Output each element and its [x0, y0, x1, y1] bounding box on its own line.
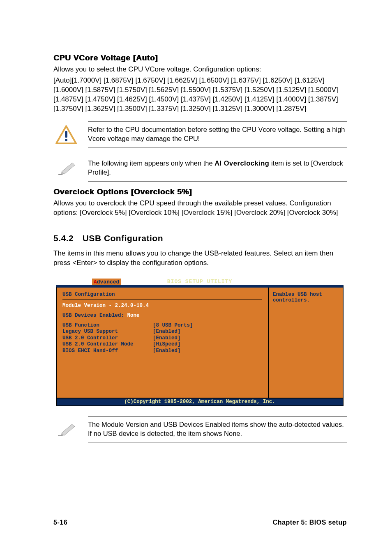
bios-setting-label: USB Function	[62, 322, 153, 329]
note2-pre: The following item appears only when the	[88, 159, 214, 167]
bios-setting-label: Legacy USB Support	[62, 329, 153, 335]
pencil-icon	[53, 421, 79, 438]
bios-screenshot: BIOS SETUP UTILITY Advanced USB Configur…	[56, 285, 344, 406]
note2-bold: AI Overclocking	[214, 159, 269, 167]
bios-setting-label: USB 2.0 Controller Mode	[62, 341, 153, 348]
paragraph-vcore-intro: Allows you to select the CPU VCore volta…	[53, 65, 347, 74]
svg-rect-1	[65, 131, 67, 138]
heading-cpu-vcore: CPU VCore Voltage [Auto]	[53, 53, 347, 62]
bios-setting-value: [Enabled]	[153, 335, 181, 342]
bios-panel-title: USB Configuration	[62, 292, 262, 297]
bios-setting-row[interactable]: USB 2.0 Controller Mode[HiSpeed]	[62, 341, 262, 348]
bios-module-version: Module Version - 2.24.0-10.4	[62, 303, 262, 309]
svg-point-2	[65, 139, 67, 141]
caution-note: Refer to the CPU documentation before se…	[53, 121, 347, 148]
module-value: 2.24.0-10.4	[115, 303, 149, 309]
page-number: 5-16	[53, 519, 67, 526]
paragraph-usb-intro: The items in this menu allows you to cha…	[53, 249, 347, 268]
bios-setting-value: [Enabled]	[153, 348, 181, 355]
vcore-options-list: [Auto][1.7000V] [1.6875V] [1.6750V] [1.6…	[53, 76, 347, 114]
info-note-2: The Module Version and USB Devices Enabl…	[53, 416, 347, 443]
bios-copyright: (C)Copyright 1985-2002, American Megatre…	[57, 398, 343, 405]
info-text-1: The following item appears only when the…	[88, 155, 347, 182]
bios-divider	[62, 299, 262, 299]
bios-setting-value: [8 USB Ports]	[153, 322, 193, 329]
info-note-1: The following item appears only when the…	[53, 155, 347, 182]
page-footer: 5-16 Chapter 5: BIOS setup	[53, 519, 347, 526]
devices-value: None	[127, 313, 140, 318]
bios-setting-label: BIOS EHCI Hand-Off	[62, 348, 153, 355]
bios-setting-row[interactable]: USB 2.0 Controller[Enabled]	[62, 335, 262, 342]
heading-overclock-options: Overclock Options [Overclock 5%]	[53, 187, 347, 196]
bios-help-panel: Enables USB host controllers.	[269, 288, 343, 398]
bios-setting-row[interactable]: BIOS EHCI Hand-Off[Enabled]	[62, 348, 262, 355]
caution-icon	[53, 124, 79, 144]
bios-help-text: Enables USB host controllers.	[273, 292, 339, 303]
caution-text: Refer to the CPU documentation before se…	[88, 121, 347, 148]
bios-setting-label: USB 2.0 Controller	[62, 335, 153, 342]
bios-main-panel: USB Configuration Module Version - 2.24.…	[57, 288, 269, 398]
svg-marker-3	[62, 163, 75, 174]
module-label: Module Version -	[62, 303, 115, 309]
bios-devices-enabled: USB Devices Enabled: None	[62, 313, 262, 318]
bios-tab-rest: dvanced	[97, 279, 120, 285]
paragraph-overclock: Allows you to overclock the CPU speed th…	[53, 199, 347, 218]
pencil-icon	[53, 159, 79, 177]
bios-setting-row[interactable]: Legacy USB Support[Enabled]	[62, 329, 262, 335]
chapter-label: Chapter 5: BIOS setup	[273, 519, 347, 526]
info-text-2: The Module Version and USB Devices Enabl…	[88, 416, 347, 443]
bios-setting-row[interactable]: USB Function[8 USB Ports]	[62, 322, 262, 329]
svg-marker-5	[62, 424, 75, 435]
bios-tab-hotkey: A	[94, 279, 97, 285]
bios-setting-value: [HiSpeed]	[153, 341, 181, 348]
section-title-usb-config: 5.4.2 USB Configuration	[53, 233, 347, 243]
bios-setting-value: [Enabled]	[153, 329, 181, 335]
bios-tab-advanced[interactable]: Advanced	[92, 279, 121, 285]
devices-label: USB Devices Enabled:	[62, 313, 127, 318]
